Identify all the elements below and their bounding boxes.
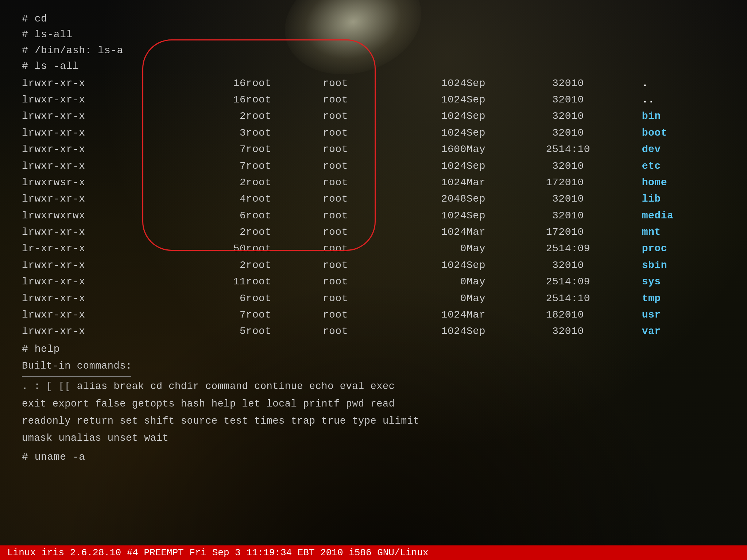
col-group: root [323, 323, 399, 339]
col-day: 3 [524, 323, 559, 339]
col-size: 1024 [399, 207, 467, 224]
builtin-cmd-line-4: umask unalias unset wait [22, 431, 725, 446]
col-size: 1024 [399, 323, 467, 339]
col-month: Sep [467, 125, 524, 141]
col-links: 7 [189, 158, 246, 174]
col-filename: lib [642, 191, 725, 207]
col-size: 1024 [399, 224, 467, 240]
col-links: 6 [189, 207, 246, 224]
cmd-uname: # uname -a [22, 449, 725, 465]
col-filename: proc [642, 240, 725, 257]
ls-table-row: lrwxr-xr-x 3 root root 1024 Sep 3 2010 b… [22, 125, 725, 141]
col-size: 1024 [399, 158, 467, 174]
col-links: 16 [189, 92, 246, 108]
builtin-label: Built-in commands: [22, 358, 725, 374]
col-group: root [323, 92, 399, 108]
col-links: 7 [189, 141, 246, 158]
col-day: 3 [524, 75, 559, 92]
col-group: root [323, 125, 399, 141]
terminal-content: # cd # ls-all # /bin/ash: ls-a # ls -all… [0, 0, 747, 560]
col-month: May [467, 240, 524, 257]
col-filename: media [642, 207, 725, 224]
command-history: # cd # ls-all # /bin/ash: ls-a # ls -all [22, 11, 725, 74]
ls-table-row: lrwxr-xr-x 7 root root 1600 May 25 14:10… [22, 141, 725, 158]
col-owner: root [246, 141, 322, 158]
col-perms: lrwxr-xr-x [22, 191, 189, 207]
col-time: 2010 [558, 207, 642, 224]
col-filename: mnt [642, 224, 725, 240]
col-group: root [323, 257, 399, 273]
col-links: 2 [189, 257, 246, 273]
ls-table-row: lrwxr-xr-x 4 root root 2048 Sep 3 2010 l… [22, 191, 725, 207]
col-time: 14:09 [558, 240, 642, 257]
col-size: 1024 [399, 125, 467, 141]
col-day: 3 [524, 158, 559, 174]
col-month: Sep [467, 92, 524, 108]
col-owner: root [246, 290, 322, 307]
col-perms: lrwxr-xr-x [22, 108, 189, 124]
col-group: root [323, 207, 399, 224]
col-group: root [323, 75, 399, 92]
col-time: 14:10 [558, 290, 642, 307]
col-owner: root [246, 207, 322, 224]
col-size: 1600 [399, 141, 467, 158]
col-links: 2 [189, 224, 246, 240]
ls-table-row: lrwxr-xr-x 2 root root 1024 Sep 3 2010 s… [22, 257, 725, 273]
col-group: root [323, 191, 399, 207]
col-filename: .. [642, 92, 725, 108]
col-owner: root [246, 323, 322, 339]
col-size: 0 [399, 290, 467, 307]
col-perms: lrwxr-xr-x [22, 307, 189, 323]
ls-table-row: lrwxr-xr-x 2 root root 1024 Sep 3 2010 b… [22, 108, 725, 124]
col-group: root [323, 224, 399, 240]
col-day: 17 [524, 224, 559, 240]
col-size: 0 [399, 240, 467, 257]
cmd-ls-all: # ls -all [22, 58, 725, 74]
col-links: 2 [189, 108, 246, 124]
col-links: 5 [189, 323, 246, 339]
col-group: root [323, 273, 399, 290]
cmd-bin-ash-error: # /bin/ash: ls-a [22, 43, 725, 58]
col-month: Sep [467, 108, 524, 124]
col-size: 1024 [399, 92, 467, 108]
col-filename: sbin [642, 257, 725, 273]
col-time: 2010 [558, 257, 642, 273]
col-time: 14:10 [558, 141, 642, 158]
col-month: Mar [467, 174, 524, 191]
col-group: root [323, 141, 399, 158]
col-time: 2010 [558, 125, 642, 141]
col-owner: root [246, 125, 322, 141]
col-day: 3 [524, 191, 559, 207]
col-group: root [323, 174, 399, 191]
col-group: root [323, 290, 399, 307]
col-size: 1024 [399, 75, 467, 92]
col-size: 0 [399, 273, 467, 290]
col-day: 3 [524, 108, 559, 124]
col-owner: root [246, 224, 322, 240]
col-month: Sep [467, 191, 524, 207]
col-month: Mar [467, 307, 524, 323]
col-time: 14:09 [558, 273, 642, 290]
status-bar-text: Linux iris 2.6.28.10 #4 PREEMPT Fri Sep … [7, 547, 429, 558]
col-month: Mar [467, 224, 524, 240]
col-perms: lrwxr-xr-x [22, 290, 189, 307]
col-size: 1024 [399, 307, 467, 323]
status-bar: Linux iris 2.6.28.10 #4 PREEMPT Fri Sep … [0, 545, 747, 560]
col-owner: root [246, 158, 322, 174]
col-filename: tmp [642, 290, 725, 307]
col-perms: lrwxrwsr-x [22, 174, 189, 191]
col-links: 11 [189, 273, 246, 290]
ls-table-row: lrwxr-xr-x 11 root root 0 May 25 14:09 s… [22, 273, 725, 290]
ls-table-row: lrwxr-xr-x 7 root root 1024 Mar 18 2010 … [22, 307, 725, 323]
col-time: 2010 [558, 174, 642, 191]
col-day: 3 [524, 207, 559, 224]
col-links: 16 [189, 75, 246, 92]
col-perms: lrwxr-xr-x [22, 75, 189, 92]
col-perms: lrwxr-xr-x [22, 125, 189, 141]
col-day: 25 [524, 141, 559, 158]
col-perms: lrwxr-xr-x [22, 92, 189, 108]
col-links: 3 [189, 125, 246, 141]
col-day: 17 [524, 174, 559, 191]
col-day: 3 [524, 257, 559, 273]
col-group: root [323, 108, 399, 124]
